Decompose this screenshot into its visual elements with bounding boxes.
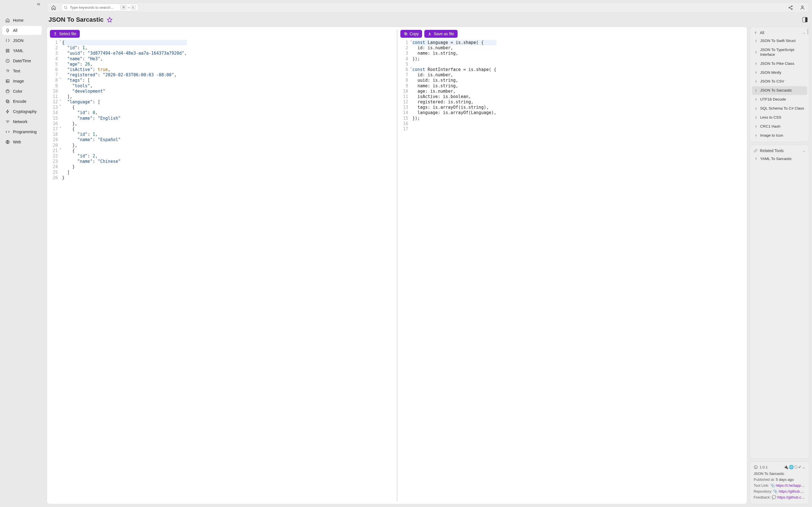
title-row: JSON To Sarcastic	[47, 15, 809, 24]
tool-item-image-to-icon[interactable]: Image to Icon	[752, 131, 807, 140]
sidebar-item-network[interactable]: Network	[2, 117, 42, 126]
tool-item-json-to-swift-struct[interactable]: JSON To Swift Struct	[752, 37, 807, 45]
sidebar-item-label: Text	[13, 69, 20, 73]
info-name: JSON To Sarcastic	[754, 471, 806, 476]
panel-item-label: UTF16 Decode	[760, 97, 786, 102]
sidebar-item-json[interactable]: JSON	[2, 36, 42, 45]
right-panel-toggle[interactable]	[802, 17, 808, 22]
all-tools-header[interactable]: All ⌄	[751, 29, 808, 37]
tool-link[interactable]: https://t.he3app.co…	[776, 483, 806, 488]
sidebar: HomeAllJSONYAMLDate/TimeTextImageColorEn…	[0, 0, 44, 507]
source-editor[interactable]: 1234567891011121314151617181920212223242…	[50, 40, 394, 501]
tool-item-json-to-pike-class[interactable]: JSON To Pike Class	[752, 59, 807, 68]
all-tools-panel: All ⌄ JSON To Swift StructJSON To TypeSc…	[750, 27, 809, 142]
sidebar-item-all[interactable]: All	[2, 26, 42, 35]
sidebar-item-label: Cryptography	[13, 109, 37, 114]
home-button[interactable]	[49, 4, 58, 11]
sidebar-item-date-time[interactable]: Date/Time	[2, 56, 42, 65]
tool-item-crc1-hash[interactable]: CRC1 Hash	[752, 122, 807, 131]
share-button[interactable]	[786, 4, 795, 11]
panel-item-label: SQL Schema To C# Class	[760, 106, 804, 111]
panel-item-label: Less to CSS	[760, 115, 781, 120]
sidebar-item-label: Web	[13, 140, 21, 144]
tool-item-json-to-sarcastic[interactable]: JSON To Sarcastic	[752, 86, 807, 95]
tool-item-json-to-csv[interactable]: JSON To CSV	[752, 77, 807, 86]
related-tools-panel: Related Tools ⌄ YAML To Sarcastic	[750, 145, 809, 459]
scrollbar-thumb[interactable]	[807, 29, 808, 34]
sidebar-item-image[interactable]: Image	[2, 76, 42, 86]
sidebar-item-label: Date/Time	[13, 59, 31, 63]
pin-icon	[754, 134, 758, 137]
panel-item-label: Image to Icon	[760, 133, 783, 138]
chevron-down-icon: ⌄	[802, 465, 806, 469]
svg-rect-2	[6, 51, 7, 52]
tool-item-json-to-typescript-interface[interactable]: JSON To TypeScript Interface	[752, 46, 807, 59]
sidebar-item-label: Network	[13, 119, 28, 124]
sidebar-item-text[interactable]: Text	[2, 66, 42, 75]
related-tools-header[interactable]: Related Tools ⌄	[751, 147, 808, 155]
feedback-link[interactable]: https://github.com/…	[777, 495, 806, 499]
copy-button[interactable]: Copy	[400, 30, 422, 38]
repo-link[interactable]: https://github.com…	[779, 489, 806, 494]
output-pane: Copy Save as file 1234567891011121314151…	[397, 30, 744, 501]
sidebar-item-label: Encode	[13, 99, 26, 104]
chat-icon: 💬	[772, 495, 776, 499]
select-file-button[interactable]: Select file	[50, 30, 80, 38]
sidebar-item-programming[interactable]: Programming	[2, 127, 42, 136]
sidebar-item-label: All	[13, 28, 17, 33]
svg-rect-11	[7, 101, 9, 103]
svg-rect-1	[8, 49, 9, 50]
favorite-button[interactable]	[107, 17, 112, 22]
chevron-down-icon: ⌄	[803, 149, 806, 153]
panel-item-label: JSON To Pike Class	[760, 61, 794, 66]
pin-icon	[754, 107, 758, 110]
sidebar-item-web[interactable]: Web	[2, 137, 42, 147]
sidebar-item-color[interactable]: Color	[2, 87, 42, 96]
tool-item-utf16-decode[interactable]: UTF16 Decode	[752, 95, 807, 104]
svg-point-16	[789, 7, 790, 8]
tool-item-json-minify[interactable]: JSON Minify	[752, 68, 807, 77]
output-editor[interactable]: 1234567891011121314151617 const Language…	[400, 40, 744, 501]
right-column: All ⌄ JSON To Swift StructJSON To TypeSc…	[750, 27, 809, 504]
tool-item-sql-schema-to-c-class[interactable]: SQL Schema To C# Class	[752, 104, 807, 113]
palette-icon	[5, 89, 10, 94]
sidebar-item-home[interactable]: Home	[2, 16, 42, 25]
sidebar-item-yaml[interactable]: YAML	[2, 46, 42, 55]
download-icon	[428, 32, 432, 36]
search-box[interactable]: ⌘ + K	[61, 4, 139, 11]
source-pane: Select file 1234567891011121314151617181…	[50, 30, 394, 501]
pin-icon	[754, 62, 758, 66]
svg-point-9	[7, 90, 8, 91]
page-title: JSON To Sarcastic	[49, 16, 103, 23]
meta-icons: 🔌 🌐 ⎔ ✔︎ ⌄	[783, 465, 806, 469]
pin-icon	[754, 98, 758, 101]
check-icon: ✔︎	[798, 465, 802, 469]
sidebar-item-cryptography[interactable]: Cryptography	[2, 107, 42, 116]
code-icon	[5, 129, 10, 134]
sidebar-item-label: Color	[13, 89, 22, 94]
search-input[interactable]	[70, 5, 118, 10]
pin-icon	[754, 31, 758, 35]
pin-icon	[754, 116, 758, 119]
pin-icon	[754, 157, 758, 161]
pin-icon	[754, 50, 758, 54]
profile-button[interactable]	[798, 4, 807, 11]
bolt-icon	[5, 109, 10, 114]
sidebar-item-label: YAML	[13, 48, 23, 53]
related-item-yaml-to-sarcastic[interactable]: YAML To Sarcastic	[752, 155, 807, 163]
panel-item-label: CRC1 Hash	[760, 124, 780, 129]
svg-rect-5	[6, 80, 9, 83]
clock-icon	[5, 59, 10, 63]
panel-item-label: JSON To Sarcastic	[760, 88, 792, 93]
save-file-button[interactable]: Save as file	[424, 30, 457, 38]
tool-item-less-to-css[interactable]: Less to CSS	[752, 113, 807, 122]
globe-icon	[5, 140, 10, 144]
sidebar-item-encode[interactable]: Encode	[2, 97, 42, 106]
sidebar-collapse-button[interactable]	[36, 2, 41, 7]
text-icon	[5, 69, 10, 73]
grid-icon	[5, 48, 10, 53]
svg-rect-3	[8, 51, 9, 52]
main-area: ⌘ + K JSON To Sarcastic	[44, 0, 812, 507]
svg-point-6	[7, 80, 7, 81]
topbar: ⌘ + K	[47, 2, 809, 13]
